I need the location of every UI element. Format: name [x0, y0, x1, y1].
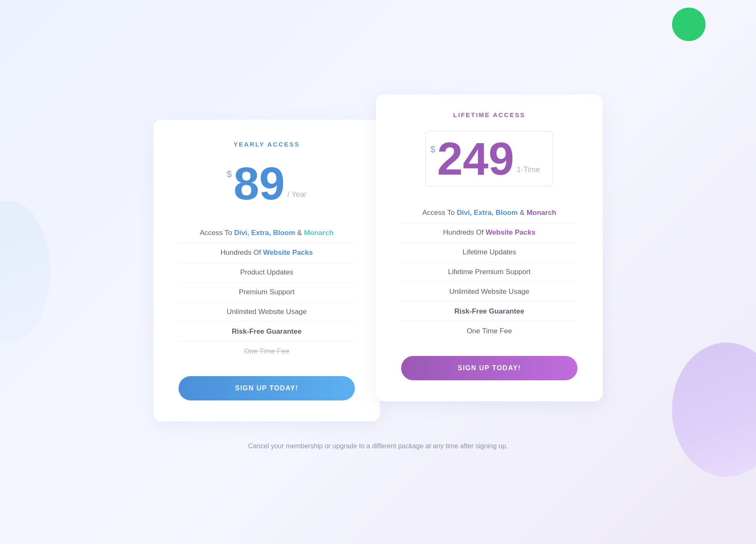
yearly-monarch: Monarch — [304, 229, 334, 237]
lifetime-features-list: Access To Divi, Extra, Bloom & Monarch H… — [401, 203, 578, 341]
pricing-wrapper: YEARLY ACCESS $ 89 / Year Access To Divi… — [126, 94, 630, 421]
yearly-feature-updates: Product Updates — [178, 263, 355, 282]
yearly-price-number: 89 — [234, 160, 285, 207]
yearly-price-container: $ 89 / Year — [178, 160, 355, 207]
lifetime-plan-label: LIFETIME ACCESS — [401, 111, 578, 118]
lifetime-feature-onetime: One Time Fee — [401, 322, 578, 341]
lifetime-feature-access: Access To Divi, Extra, Bloom & Monarch — [401, 203, 578, 223]
yearly-plan-label: YEARLY ACCESS — [178, 141, 355, 148]
yearly-price-suffix: / Year — [287, 190, 307, 199]
lifetime-price-suffix: 1-Time — [517, 165, 540, 174]
lifetime-price-box: $ 249 1-Time — [425, 131, 553, 186]
yearly-signup-button[interactable]: SIGN UP TODAY! — [178, 376, 355, 400]
green-decorative-circle — [672, 8, 706, 41]
lifetime-feature-support: Lifetime Premium Support — [401, 262, 578, 282]
lifetime-feature-updates: Lifetime Updates — [401, 243, 578, 262]
lifetime-feature-usage: Unlimited Website Usage — [401, 282, 578, 302]
yearly-features-list: Access To Divi, Extra, Bloom & Monarch H… — [178, 223, 355, 361]
lifetime-price-number: 249 — [437, 136, 514, 182]
lifetime-feature-guarantee: Risk-Free Guarantee — [401, 302, 578, 322]
lifetime-website-packs: Website Packs — [486, 228, 536, 236]
purple-decorative-circle — [672, 343, 756, 477]
yearly-dollar-sign: $ — [227, 169, 232, 180]
yearly-plan-card: YEARLY ACCESS $ 89 / Year Access To Divi… — [153, 120, 380, 421]
footer-note: Cancel your membership or upgrade to a d… — [189, 442, 567, 450]
lifetime-divi-extra-bloom: Divi, Extra, Bloom — [457, 209, 517, 217]
lifetime-feature-packs: Hundreds Of Website Packs — [401, 223, 578, 243]
yearly-feature-support: Premium Support — [178, 282, 355, 302]
lifetime-signup-button[interactable]: SIGN UP TODAY! — [401, 356, 578, 380]
yearly-feature-onetime: One Time Fee — [178, 342, 355, 361]
yearly-website-packs: Website Packs — [263, 248, 313, 256]
lifetime-plan-card: LIFETIME ACCESS $ 249 1-Time Access To D… — [376, 94, 603, 401]
yearly-feature-packs: Hundreds Of Website Packs — [178, 243, 355, 263]
left-decorative-circle — [0, 201, 50, 343]
yearly-feature-usage: Unlimited Website Usage — [178, 302, 355, 322]
yearly-feature-access: Access To Divi, Extra, Bloom & Monarch — [178, 223, 355, 243]
lifetime-dollar-sign: $ — [430, 144, 435, 155]
yearly-feature-guarantee: Risk-Free Guarantee — [178, 322, 355, 342]
yearly-divi-extra-bloom: Divi, Extra, Bloom — [234, 229, 295, 237]
lifetime-monarch: Monarch — [527, 209, 556, 217]
